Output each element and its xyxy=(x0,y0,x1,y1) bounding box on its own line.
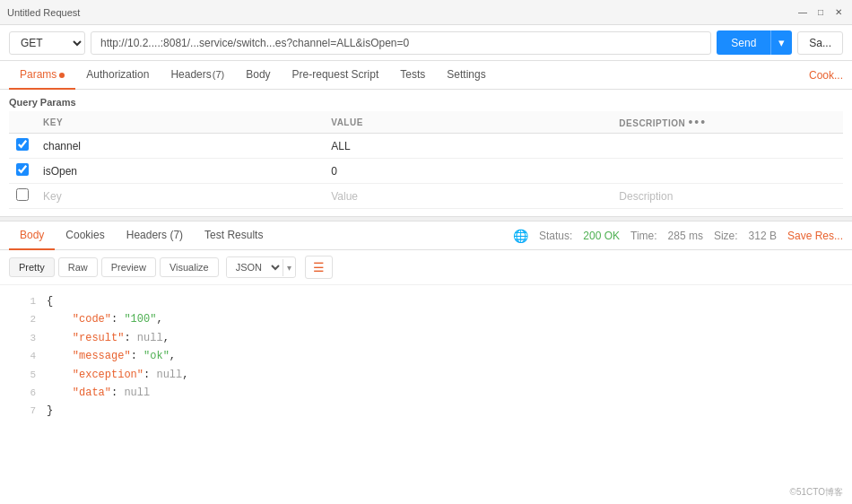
send-button[interactable]: Send xyxy=(717,30,770,55)
status-value: 200 OK xyxy=(583,230,620,242)
format-select-arrow: ▾ xyxy=(283,259,295,276)
params-table: KEY VALUE DESCRIPTION ••• channel ALL is… xyxy=(9,111,843,209)
send-btn-group: Send ▾ xyxy=(717,30,792,55)
maximize-button[interactable]: □ xyxy=(814,6,827,19)
row1-value[interactable]: ALL xyxy=(324,134,612,159)
col-value: VALUE xyxy=(324,111,612,134)
query-params-section: Query Params KEY VALUE DESCRIPTION ••• c… xyxy=(0,90,852,209)
table-row: channel ALL xyxy=(9,134,843,159)
size-value: 312 B xyxy=(749,230,777,242)
json-line-3: 3 "result": null, xyxy=(14,329,838,347)
row2-key[interactable]: isOpen xyxy=(36,159,324,184)
json-line-5: 5 "exception": null, xyxy=(14,366,838,384)
json-line-1: 1{ xyxy=(14,292,838,310)
col-checkbox xyxy=(9,111,36,134)
wrap-button[interactable]: ☰ xyxy=(305,256,333,279)
json-line-4: 4 "message": "ok", xyxy=(14,347,838,365)
params-dot xyxy=(59,73,65,78)
window-controls: — □ ✕ xyxy=(796,6,845,19)
row2-value[interactable]: 0 xyxy=(324,159,612,184)
preview-button[interactable]: Preview xyxy=(101,257,156,277)
query-params-title: Query Params xyxy=(9,97,843,108)
table-row: isOpen 0 xyxy=(9,159,843,184)
row3-desc: Description xyxy=(612,184,843,209)
tab-authorization[interactable]: Authorization xyxy=(75,61,160,90)
resp-tab-headers[interactable]: Headers (7) xyxy=(116,222,194,250)
col-key: KEY xyxy=(36,111,324,134)
send-dropdown-button[interactable]: ▾ xyxy=(770,30,792,55)
json-line-2: 2 "code": "100", xyxy=(14,310,838,328)
row3-checkbox[interactable] xyxy=(16,188,29,201)
save-button[interactable]: Sa... xyxy=(797,31,843,55)
tab-body[interactable]: Body xyxy=(235,61,281,90)
col-description: DESCRIPTION ••• xyxy=(612,111,843,134)
row3-key[interactable]: Key xyxy=(36,184,324,209)
tab-prerequest[interactable]: Pre-request Script xyxy=(282,61,390,90)
resp-tab-cookies[interactable]: Cookies xyxy=(55,222,115,250)
row2-desc xyxy=(612,159,843,184)
time-label: Time: xyxy=(630,230,657,242)
title-bar: Untitled Request — □ ✕ xyxy=(0,0,852,25)
save-response-button[interactable]: Save Res... xyxy=(787,230,843,242)
row1-desc xyxy=(612,134,843,159)
globe-icon: 🌐 xyxy=(513,229,528,243)
pretty-button[interactable]: Pretty xyxy=(9,257,55,277)
row1-key[interactable]: channel xyxy=(36,134,324,159)
json-line-6: 6 "data": null xyxy=(14,384,838,402)
url-bar: GET POST PUT DELETE PATCH Send ▾ Sa... xyxy=(0,25,852,61)
tab-params[interactable]: Params xyxy=(9,61,75,90)
tab-settings[interactable]: Settings xyxy=(436,61,496,90)
response-tabs-bar: Body Cookies Headers (7) Test Results 🌐 … xyxy=(0,222,852,250)
minimize-button[interactable]: — xyxy=(796,6,809,19)
format-select[interactable]: JSON XML HTML Text xyxy=(227,257,283,277)
visualize-button[interactable]: Visualize xyxy=(160,257,219,277)
format-select-wrap: JSON XML HTML Text ▾ xyxy=(226,256,296,278)
tab-headers[interactable]: Headers(7) xyxy=(160,61,235,90)
status-label: Status: xyxy=(539,230,572,242)
raw-button[interactable]: Raw xyxy=(58,257,98,277)
tab-tests[interactable]: Tests xyxy=(389,61,436,90)
time-value: 285 ms xyxy=(668,230,703,242)
row2-checkbox[interactable] xyxy=(16,163,29,176)
size-label: Size: xyxy=(714,230,738,242)
json-line-7: 7} xyxy=(14,402,838,420)
request-tabs: Params Authorization Headers(7) Body Pre… xyxy=(0,61,852,90)
window-title: Untitled Request xyxy=(7,7,80,18)
row3-value[interactable]: Value xyxy=(324,184,612,209)
response-section: Body Cookies Headers (7) Test Results 🌐 … xyxy=(0,222,852,428)
response-toolbar: Pretty Raw Preview Visualize JSON XML HT… xyxy=(0,250,852,285)
close-button[interactable]: ✕ xyxy=(832,6,845,19)
resp-tab-body[interactable]: Body xyxy=(9,222,55,250)
json-output: 1{ 2 "code": "100", 3 "result": null, 4 … xyxy=(0,285,852,428)
response-status: 🌐 Status: 200 OK Time: 285 ms Size: 312 … xyxy=(513,229,843,243)
more-button[interactable]: ••• xyxy=(688,115,707,129)
cookies-link[interactable]: Cook... xyxy=(809,69,843,82)
table-row-placeholder: Key Value Description xyxy=(9,184,843,209)
row1-checkbox[interactable] xyxy=(16,138,29,151)
method-select[interactable]: GET POST PUT DELETE PATCH xyxy=(9,31,85,55)
url-input[interactable] xyxy=(91,31,711,55)
resp-tab-testresults[interactable]: Test Results xyxy=(194,222,274,250)
